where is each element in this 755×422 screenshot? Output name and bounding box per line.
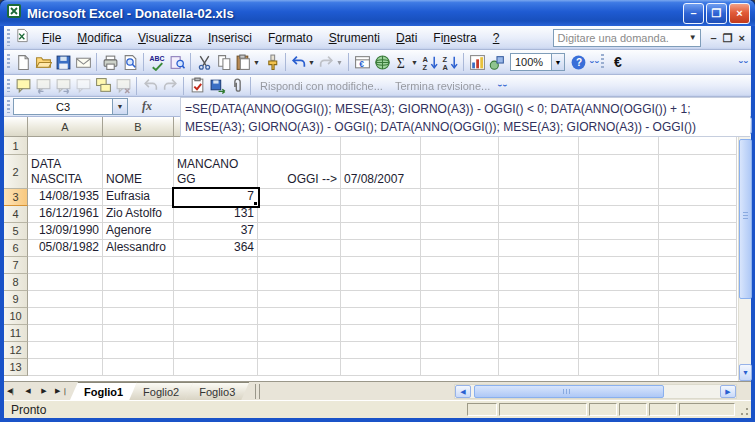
cell-A12[interactable] <box>28 342 103 359</box>
cell-A5[interactable]: 13/09/1990 <box>28 223 103 240</box>
next-comment-button[interactable] <box>53 77 73 95</box>
insert-hyperlink-button[interactable] <box>372 52 392 72</box>
cell-E1[interactable] <box>341 137 421 155</box>
end-review-button[interactable]: Termina revisione... <box>389 77 496 95</box>
open-folder-button[interactable] <box>33 52 53 72</box>
cell-E11[interactable] <box>341 325 421 342</box>
cell-D5[interactable] <box>258 223 341 240</box>
cell-C7[interactable] <box>174 257 258 274</box>
cell-E10[interactable] <box>341 308 421 325</box>
doc-close-button[interactable]: × <box>739 30 745 46</box>
cell-A10[interactable] <box>28 308 103 325</box>
toolbar-options-chevron-icon[interactable]: ›› <box>732 56 754 68</box>
cell-D9[interactable] <box>258 291 341 308</box>
cell-H1[interactable] <box>579 137 659 155</box>
cell-B11[interactable] <box>103 325 174 342</box>
cell-G13[interactable] <box>499 359 579 376</box>
chevron-down-icon[interactable]: ▼ <box>307 59 316 66</box>
maximize-button[interactable]: ❐ <box>706 3 727 24</box>
cell-A9[interactable] <box>28 291 103 308</box>
save-file-button[interactable] <box>53 52 73 72</box>
cell-E2[interactable]: 07/08/2007 <box>341 155 421 189</box>
cell-I4[interactable] <box>659 206 737 223</box>
email-button[interactable] <box>73 52 93 72</box>
cell-F6[interactable] <box>421 240 499 257</box>
cell-A7[interactable] <box>28 257 103 274</box>
cell-F11[interactable] <box>421 325 499 342</box>
cell-C9[interactable] <box>174 291 258 308</box>
cell-G10[interactable] <box>499 308 579 325</box>
cell-G7[interactable] <box>499 257 579 274</box>
row-header-3[interactable]: 3 <box>4 189 28 206</box>
cell-B9[interactable] <box>103 291 174 308</box>
copy-button[interactable] <box>214 52 234 72</box>
previous-comment-button[interactable] <box>33 77 53 95</box>
cell-A8[interactable] <box>28 274 103 291</box>
cell-A2[interactable]: DATA NASCITA <box>28 155 103 189</box>
cell-D8[interactable] <box>258 274 341 291</box>
cell-H9[interactable] <box>579 291 659 308</box>
cell-A3[interactable]: 14/08/1935 <box>28 189 103 206</box>
column-header-B[interactable]: B <box>103 117 174 137</box>
cell-F7[interactable] <box>421 257 499 274</box>
cell-G2[interactable] <box>499 155 579 189</box>
row-header-4[interactable]: 4 <box>4 206 28 223</box>
cell-D13[interactable] <box>258 359 341 376</box>
autosum-button[interactable]: Σ▼ <box>392 52 420 72</box>
horizontal-scroll-thumb[interactable] <box>474 385 664 398</box>
cell-E6[interactable] <box>341 240 421 257</box>
cell-E7[interactable] <box>341 257 421 274</box>
menu-file[interactable]: File <box>34 28 69 48</box>
cell-F10[interactable] <box>421 308 499 325</box>
doc-restore-button[interactable]: ❐ <box>723 30 733 46</box>
scroll-left-icon[interactable]: ◀ <box>455 385 471 398</box>
cell-B3[interactable]: Zia Eufrasia <box>103 189 174 206</box>
cell-F5[interactable] <box>421 223 499 240</box>
cell-I6[interactable] <box>659 240 737 257</box>
cell-G6[interactable] <box>499 240 579 257</box>
cell-F1[interactable] <box>421 137 499 155</box>
menu-dati[interactable]: Dati <box>388 28 425 48</box>
cell-G8[interactable] <box>499 274 579 291</box>
cell-D11[interactable] <box>258 325 341 342</box>
cell-E3[interactable] <box>341 189 421 206</box>
toolbar-options-chevron-icon[interactable]: ›› <box>493 80 512 92</box>
cell-B10[interactable] <box>103 308 174 325</box>
formula-bar[interactable]: =SE(DATA(ANNO(OGGI()); MESE(A3); GIORNO(… <box>180 97 750 137</box>
toolbar-options-chevron-icon[interactable]: ›› <box>583 56 605 68</box>
cell-B7[interactable] <box>103 257 174 274</box>
cell-H12[interactable] <box>579 342 659 359</box>
cell-C6[interactable]: 364 <box>174 240 258 257</box>
horizontal-scrollbar[interactable]: ◀ ▶ <box>454 384 737 399</box>
cell-B12[interactable] <box>103 342 174 359</box>
menu-inserisci[interactable]: Inserisci <box>200 28 260 48</box>
research-button[interactable] <box>167 52 187 72</box>
track-changes-button[interactable] <box>187 77 207 95</box>
cell-C4[interactable]: 131 <box>174 206 258 223</box>
cell-F4[interactable] <box>421 206 499 223</box>
reject-change-button[interactable] <box>160 77 180 95</box>
print-button[interactable] <box>100 52 120 72</box>
last-sheet-button[interactable]: ▶▕ <box>52 384 68 399</box>
chevron-down-icon[interactable]: ▼ <box>410 59 419 66</box>
cell-D10[interactable] <box>258 308 341 325</box>
paste-button[interactable]: ▼ <box>234 52 262 72</box>
cell-B2[interactable]: NOME <box>103 155 174 189</box>
minimize-button[interactable]: – <box>683 3 704 24</box>
accept-change-button[interactable] <box>140 77 160 95</box>
show-all-comments-button[interactable] <box>93 77 113 95</box>
toolbar-grip[interactable] <box>7 29 10 45</box>
cell-D12[interactable] <box>258 342 341 359</box>
ask-question-box[interactable]: Digitare una domanda. ▼ <box>553 29 701 47</box>
row-header-10[interactable]: 10 <box>4 308 28 325</box>
cell-I11[interactable] <box>659 325 737 342</box>
insert-function-button[interactable]: fx <box>142 99 152 114</box>
menu-strumenti[interactable]: Strumenti <box>321 28 388 48</box>
cell-H3[interactable] <box>579 189 659 206</box>
cell-I8[interactable] <box>659 274 737 291</box>
sort-ascending-button[interactable]: AZ <box>420 52 440 72</box>
cell-C10[interactable] <box>174 308 258 325</box>
previous-sheet-button[interactable]: ◀ <box>20 384 36 399</box>
cell-F13[interactable] <box>421 359 499 376</box>
menu-formato[interactable]: Formato <box>260 28 321 48</box>
